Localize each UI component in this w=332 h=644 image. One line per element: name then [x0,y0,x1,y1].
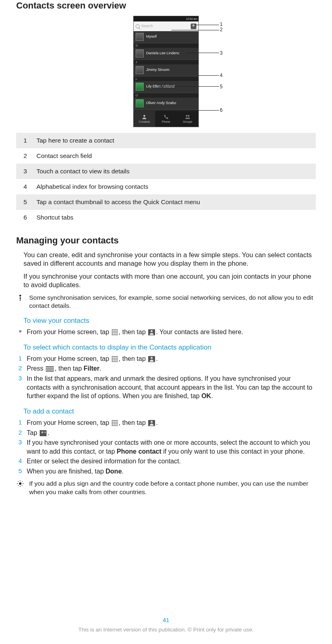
avatar[interactable] [136,83,144,91]
svg-point-1 [186,115,187,117]
search-placeholder: Search [141,24,153,29]
alpha-divider: D [134,43,198,48]
svg-point-3 [19,294,21,296]
callout-number: 3 [220,50,223,57]
step-number: 2 [16,429,22,437]
note-text: Some synchronisation services, for examp… [29,294,316,310]
page-title: Contacts screen overview [16,0,316,12]
callout-line [197,75,219,76]
figure: 12:04 am Search Myself D Daniela Lee Lin… [16,16,316,127]
exclamation-icon [16,294,24,310]
step-number: 3 [16,438,22,456]
status-time: 12:04 am [186,17,197,21]
svg-point-4 [20,300,21,301]
contacts-icon [148,420,155,426]
section-heading: Managing your contacts [16,235,316,247]
search-icon [136,24,140,28]
avatar[interactable] [136,99,144,107]
callout-number: 2 [220,27,223,33]
contact-row[interactable]: Lily Ellen Ackland [134,81,198,93]
table-row: 4Alphabetical index for browsing contact… [16,179,316,194]
sub-heading: To select which contacts to display in t… [23,343,316,352]
callout-line [158,110,219,111]
apps-icon [112,356,118,362]
list-item: 1 From your Home screen, tap , then tap … [16,354,316,363]
footer-text: This is an Internet version of this publ… [0,626,332,633]
alpha-divider: J [134,60,198,64]
bullet-icon: • [16,328,22,337]
list-item: 3 If you have synchronised your contacts… [16,438,316,456]
contact-row[interactable]: Jimmy Stroom [134,64,198,77]
table-row: 1Tap here to create a contact [16,133,316,148]
svg-point-0 [143,115,145,117]
add-contact-icon [40,430,47,436]
callout-number: 5 [220,84,223,90]
alpha-divider: L [134,77,198,81]
list-item: • From your Home screen, tap , then tap … [16,328,316,337]
list-item: 5 When you are finished, tap Done. [16,467,316,476]
tab-groups[interactable]: Groups [177,111,198,127]
table-row: 2Contact search field [16,148,316,164]
alpha-divider: O [134,93,198,98]
callout-line [186,53,219,53]
tip-note: If you add a plus sign and the country c… [16,480,316,496]
step-number: 4 [16,457,22,466]
callout-line [171,30,219,30]
status-bar: 12:04 am [134,16,198,21]
body-text: You can create, edit and synchronise you… [23,251,316,268]
contacts-icon [148,356,155,362]
table-row: 5Tap a contact thumbnail to access the Q… [16,194,316,210]
step-number: 1 [16,418,22,427]
bottom-tabs: Contacts Phone Groups [134,111,198,127]
list-item: 2 Press , then tap Filter. [16,364,316,373]
avatar[interactable] [136,33,144,41]
tab-phone[interactable]: Phone [155,111,177,127]
table-row: 3Touch a contact to view its details [16,164,316,179]
list-item: 1 From your Home screen, tap , then tap … [16,418,316,427]
contact-row[interactable]: Oliver Andy Szabo [134,98,198,110]
avatar[interactable] [136,66,144,74]
tab-contacts[interactable]: Contacts [134,111,155,127]
step-number: 2 [16,364,22,373]
contact-row[interactable]: Daniela Lee Lindenc [134,48,198,60]
contact-row-myself[interactable]: Myself [134,31,198,43]
callout-line [195,25,219,25]
menu-icon [46,367,54,371]
avatar[interactable] [136,49,144,58]
callout-line [158,86,219,87]
callout-number: 4 [220,73,223,79]
tip-text: If you add a plus sign and the country c… [29,480,316,496]
list-item: 2 Tap . [16,429,316,437]
step-number: 5 [16,467,22,476]
list-item: 4 Enter or select the desired informatio… [16,457,316,466]
page-number: 41 [0,616,332,624]
apps-icon [112,420,118,426]
sub-heading: To add a contact [23,407,316,416]
step-number: 1 [16,354,22,363]
svg-point-5 [19,482,21,485]
list-item: 3 In the list that appears, mark and unm… [16,374,316,401]
step-number: 3 [16,374,22,401]
table-row: 6Shortcut tabs [16,210,316,225]
legend-table: 1Tap here to create a contact 2Contact s… [16,133,316,226]
contacts-icon [148,329,155,335]
callout-number: 6 [220,107,223,114]
svg-point-2 [188,115,189,117]
sub-heading: To view your contacts [23,316,316,325]
lightbulb-icon [16,480,24,496]
warning-note: Some synchronisation services, for examp… [16,294,316,310]
apps-icon [112,329,118,335]
body-text: If you synchronise your contacts with mo… [23,272,316,290]
